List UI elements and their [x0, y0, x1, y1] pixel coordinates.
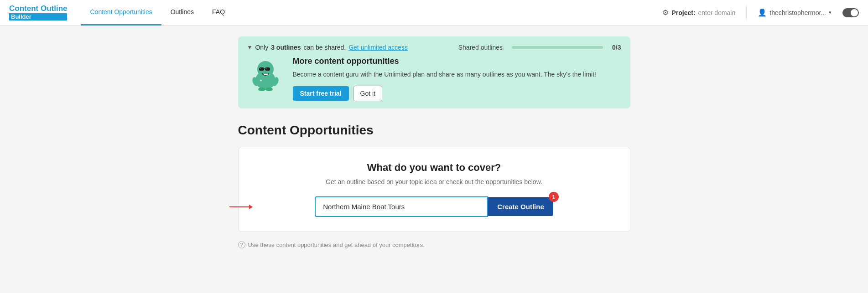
promo-suffix: can be shared. [304, 44, 346, 51]
nav-outlines[interactable]: Outlines [161, 0, 203, 26]
user-name: thechristophermor... [769, 9, 826, 16]
user-icon: 👤 [758, 8, 767, 17]
chevron-down-icon: ▾ [829, 10, 832, 15]
promo-shared-outlines: Shared outlines 0/3 [458, 44, 621, 51]
mascot-image [247, 57, 284, 93]
content-card: What do you want to cover? Get an outlin… [238, 147, 630, 232]
svg-rect-3 [265, 67, 270, 71]
nav-divider [746, 6, 747, 20]
got-it-button[interactable]: Got it [353, 86, 382, 101]
start-free-trial-button[interactable]: Start free trial [293, 86, 349, 101]
hint-label: Use these content opportunities and get … [248, 242, 425, 248]
svg-rect-2 [259, 67, 264, 71]
nav-right: ⚙ Project: enter domain 👤 thechristopher… [662, 6, 859, 20]
svg-rect-5 [260, 68, 261, 69]
hint-text: ? Use these content opportunities and ge… [238, 241, 630, 248]
promo-top-row: ▼ Only 3 outlines can be shared. Get unl… [247, 44, 621, 51]
promo-buttons: Start free trial Got it [293, 86, 596, 101]
nav-links: Content Opportunities Outlines FAQ [81, 0, 234, 26]
chevron-icon: ▼ [247, 44, 253, 51]
dark-mode-toggle[interactable] [842, 8, 859, 17]
create-outline-button[interactable]: Create Outline 1 [488, 197, 553, 216]
svg-rect-8 [264, 74, 266, 75]
logo: Content Outline Builder [9, 5, 67, 21]
notification-badge: 1 [549, 192, 559, 202]
get-unlimited-link[interactable]: Get unlimited access [348, 44, 408, 51]
promo-body-text: Become a content guru with the Unlimited… [293, 70, 596, 79]
arrow-indicator [229, 206, 252, 207]
card-subheading: Get an outline based on your topic idea … [257, 178, 612, 185]
promo-body: More content opportunities Become a cont… [247, 57, 621, 101]
promo-heading: More content opportunities [293, 57, 596, 66]
card-heading: What do you want to cover? [257, 162, 612, 174]
logo-line1: Content Outline [9, 5, 67, 13]
mascot-svg [247, 57, 284, 93]
promo-outline-count: 3 outlines [271, 44, 301, 51]
main-content: ▼ Only 3 outlines can be shared. Get unl… [229, 26, 639, 259]
topic-input[interactable] [315, 196, 488, 217]
svg-point-13 [258, 87, 265, 91]
nav-content-opportunities[interactable]: Content Opportunities [81, 0, 161, 26]
create-outline-label: Create Outline [497, 203, 544, 211]
gear-icon: ⚙ [662, 8, 669, 17]
user-menu[interactable]: 👤 thechristophermor... ▾ [758, 8, 832, 17]
hint-icon: ? [238, 241, 245, 248]
promo-notice: ▼ Only 3 outlines can be shared. Get unl… [247, 44, 408, 51]
section-title: Content Opportunities [238, 123, 630, 138]
project-domain: enter domain [698, 9, 736, 16]
svg-point-14 [265, 87, 273, 91]
promo-prefix: Only [255, 44, 268, 51]
input-row: Create Outline 1 [257, 196, 612, 217]
project-label: Project: [671, 9, 695, 16]
navbar: Content Outline Builder Content Opportun… [0, 0, 868, 26]
svg-rect-9 [266, 74, 268, 75]
svg-rect-6 [265, 68, 267, 69]
shared-outlines-label: Shared outlines [458, 44, 503, 51]
nav-faq[interactable]: FAQ [203, 0, 234, 26]
shared-outlines-count: 0/3 [612, 44, 621, 51]
project-selector[interactable]: ⚙ Project: enter domain [662, 8, 735, 17]
shared-outlines-progress [512, 46, 603, 49]
promo-text: More content opportunities Become a cont… [293, 57, 596, 101]
logo-line2: Builder [9, 13, 67, 21]
arrow-line [229, 206, 252, 207]
svg-point-7 [265, 72, 266, 73]
promo-banner: ▼ Only 3 outlines can be shared. Get unl… [238, 36, 630, 108]
